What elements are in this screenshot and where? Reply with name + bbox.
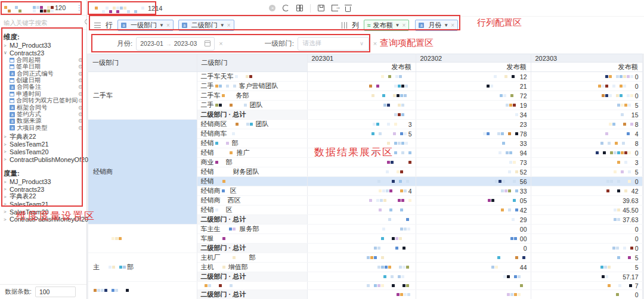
value-cell[interactable]: 12 xyxy=(416,72,531,82)
value-cell[interactable] xyxy=(307,196,416,205)
subtotal-label[interactable]: 二级部门 · 总计 xyxy=(197,290,307,299)
value-cell[interactable]: 7 xyxy=(531,282,642,290)
gear-icon[interactable]: ⚙ xyxy=(78,125,83,131)
value-cell[interactable]: 8 xyxy=(531,139,642,148)
value-cell[interactable]: 0 xyxy=(531,148,642,158)
value-cell[interactable] xyxy=(307,91,416,101)
value-cell[interactable]: 0 xyxy=(531,234,642,244)
search-input[interactable] xyxy=(4,19,84,26)
subtotal-label[interactable]: 二级部门 · 总计 xyxy=(197,110,307,120)
group-cell[interactable]: 二手车 xyxy=(88,72,197,120)
month-range-picker[interactable]: 2023-01 → 2023-03 xyxy=(136,37,215,51)
gear-icon[interactable]: ⚙ xyxy=(78,84,83,90)
field-item-合同备注[interactable]: a合同备注⚙ xyxy=(4,84,83,91)
subdept-label[interactable]: 主机增值部 xyxy=(197,263,307,272)
report-name-input[interactable]: × xyxy=(168,2,275,14)
value-cell[interactable]: 0 xyxy=(531,244,642,253)
subtotal-label[interactable]: 二级部门 · 总计 xyxy=(197,215,307,225)
value-cell[interactable]: 39.63 xyxy=(531,196,642,205)
value-cell[interactable]: 5 xyxy=(531,101,642,110)
save-icon[interactable] xyxy=(318,5,324,11)
more-menu-icon[interactable]: ⋮ xyxy=(76,4,83,12)
pill-remove-icon[interactable]: × xyxy=(166,22,170,29)
value-cell[interactable] xyxy=(416,290,531,299)
value-cell[interactable]: 3 xyxy=(307,120,416,129)
value-cell[interactable]: 52 xyxy=(416,167,531,177)
pill-一级部门[interactable]: a一级部门▼× xyxy=(117,20,174,31)
tree-node-SalesTeam21[interactable]: >SalesTeam21 xyxy=(4,201,83,208)
export-icon[interactable] xyxy=(332,5,338,11)
group-cell[interactable]: 经销商 xyxy=(88,120,197,225)
pill-二级部门[interactable]: a二级部门▼× xyxy=(178,20,234,31)
pill-dropdown-icon[interactable]: ▼ xyxy=(159,23,164,28)
value-cell[interactable]: 44 xyxy=(416,263,531,272)
gear-icon[interactable]: ⚙ xyxy=(78,98,83,104)
tree-node-ContractPublishMoneyOf2011[interactable]: >ContractPublishMoneyOf2011 xyxy=(4,155,83,163)
value-cell[interactable]: 45.50 xyxy=(531,205,642,215)
subtotal-label[interactable]: 二级部门 · 总计 xyxy=(197,272,307,282)
value-cell[interactable]: 33 xyxy=(416,186,531,196)
value-cell[interactable] xyxy=(307,263,416,272)
month-filter-remove-icon[interactable]: × xyxy=(219,40,222,47)
subdept-label[interactable]: 车服 xyxy=(197,234,307,244)
field-item-合同正式编号[interactable]: a合同正式编号⚙ xyxy=(4,70,83,77)
gear-icon[interactable]: ⚙ xyxy=(78,71,83,77)
value-cell[interactable]: 3 xyxy=(531,158,642,167)
value-cell[interactable]: 78 xyxy=(416,129,531,139)
group-cell[interactable] xyxy=(88,282,197,299)
value-cell[interactable] xyxy=(307,82,416,91)
field-item-申通时间[interactable]: 申通时间⚙ xyxy=(4,91,83,97)
value-cell[interactable] xyxy=(307,101,416,110)
subdept-label[interactable]: 经销区 xyxy=(197,205,307,215)
value-cell[interactable]: 0 xyxy=(531,72,642,82)
tree-node-字典表22[interactable]: >字典表22 xyxy=(4,133,83,141)
value-cell[interactable]: 29 xyxy=(416,215,531,225)
dept-filter-remove-icon[interactable]: × xyxy=(373,40,377,47)
pill-发布额[interactable]: ≈发布额▼× xyxy=(364,20,409,31)
value-cell[interactable]: 5 xyxy=(531,253,642,263)
value-cell[interactable]: 94 xyxy=(416,148,531,158)
gear-icon[interactable]: ⚙ xyxy=(78,111,83,117)
month-to-value[interactable]: 2023-03 xyxy=(174,40,197,47)
field-item-大项目类型[interactable]: a大项目类型⚙ xyxy=(4,124,83,131)
pill-月份[interactable]: a月份▼× xyxy=(415,20,458,31)
value-cell[interactable]: 4 xyxy=(307,186,416,196)
tree-node-SalesTeam21[interactable]: >SalesTeam21 xyxy=(4,141,83,148)
gear-icon[interactable]: ⚙ xyxy=(78,57,83,63)
value-cell[interactable] xyxy=(307,167,416,177)
value-cell[interactable] xyxy=(307,148,416,158)
value-cell[interactable] xyxy=(307,244,416,253)
field-item-框架合同号[interactable]: a框架合同号⚙ xyxy=(4,104,83,111)
value-cell[interactable]: 0 xyxy=(531,290,642,299)
value-cell[interactable]: 57.17 xyxy=(531,272,642,282)
field-item-创建日期[interactable]: 创建日期⚙ xyxy=(4,77,83,83)
pill-remove-icon[interactable]: × xyxy=(402,22,405,29)
value-cell[interactable] xyxy=(307,282,416,290)
field-item-合同转为双方已签时间[interactable]: 合同转为双方已签时间⚙ xyxy=(4,98,83,104)
refresh-icon[interactable] xyxy=(283,5,289,11)
tree-node-MJ_Product33[interactable]: >MJ_Product33 xyxy=(4,178,83,186)
pill-remove-icon[interactable]: × xyxy=(227,22,231,29)
tree-node-字典表22[interactable]: >字典表22 xyxy=(4,193,83,201)
value-cell[interactable]: 42 xyxy=(416,205,531,215)
subdept-label[interactable]: 经销推广 xyxy=(197,148,307,158)
gear-icon[interactable]: ⚙ xyxy=(78,77,83,83)
tree-node-MJ_Product33[interactable]: >MJ_Product33 xyxy=(4,42,83,49)
gear-icon[interactable]: ⚙ xyxy=(78,105,83,111)
value-cell[interactable]: 0 xyxy=(531,91,642,101)
subdept-label[interactable]: 商业部 xyxy=(197,158,307,167)
subdept-label[interactable]: 经销商区团队 xyxy=(197,120,307,129)
value-cell[interactable] xyxy=(307,158,416,167)
value-cell[interactable]: 23 xyxy=(416,120,531,129)
value-cell[interactable]: 33 xyxy=(416,139,531,148)
value-cell[interactable]: 00 xyxy=(416,225,531,234)
value-cell[interactable] xyxy=(416,282,531,290)
subdept-label[interactable] xyxy=(197,282,307,290)
value-cell[interactable]: 0 xyxy=(416,244,531,253)
gear-icon[interactable]: ⚙ xyxy=(78,64,83,70)
value-cell[interactable]: 5 xyxy=(531,263,642,272)
value-cell[interactable]: 05 xyxy=(416,196,531,205)
pill-dropdown-icon[interactable]: ▼ xyxy=(220,23,225,28)
subdept-label[interactable]: 主机厂部 xyxy=(197,253,307,263)
dept-select[interactable]: 请选择 ∨ xyxy=(298,37,369,51)
